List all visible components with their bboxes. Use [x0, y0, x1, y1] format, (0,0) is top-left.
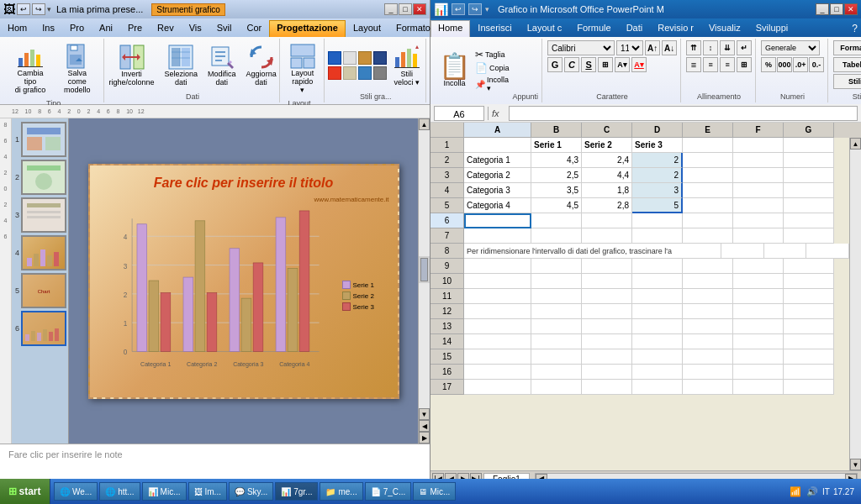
cell-e7[interactable] [683, 228, 733, 244]
cell-d3[interactable]: 2 [632, 168, 683, 183]
btn-seleziona[interactable]: Selezionadati [161, 41, 202, 90]
slide-thumb-1[interactable] [21, 122, 66, 157]
slide-thumb-4[interactable] [21, 235, 66, 270]
cell-d6[interactable] [632, 213, 683, 228]
cell-a8[interactable]: Per ridimensionare l'intervallo di dati … [464, 244, 721, 259]
cell-c16[interactable] [582, 365, 632, 380]
tab-hom[interactable]: Hom [0, 20, 34, 37]
cell-c3[interactable]: 4,4 [582, 168, 632, 183]
tab-progettazione[interactable]: Progettazione [269, 20, 346, 37]
btn-incolla-speciale[interactable]: 📌 Incolla ▾ [475, 76, 510, 92]
xls-tab-visualiz[interactable]: Visualiz [701, 20, 748, 37]
cell-d4[interactable]: 3 [632, 183, 683, 198]
cell-g14[interactable] [784, 334, 834, 349]
row-header-6[interactable]: 6 [430, 213, 464, 228]
cell-a16[interactable] [464, 365, 531, 380]
btn-wrap[interactable]: ↵ [737, 40, 752, 55]
row-header-16[interactable]: 16 [430, 365, 464, 380]
cell-c5[interactable]: 2,8 [582, 198, 632, 213]
cell-g7[interactable] [784, 228, 834, 244]
ppt-undo-icon[interactable]: ↩ [17, 3, 30, 15]
cell-e8[interactable] [721, 244, 764, 259]
row-header-13[interactable]: 13 [430, 319, 464, 334]
row-header-5[interactable]: 5 [430, 198, 464, 213]
btn-dec-decrease[interactable]: 0.- [809, 57, 824, 72]
slide-thumb-5[interactable]: Chart [21, 273, 66, 308]
row-header-8[interactable]: 8 [430, 244, 464, 259]
xls-help-icon[interactable]: ? [852, 20, 861, 37]
cell-f5[interactable] [733, 198, 784, 213]
xls-close-btn[interactable]: ✕ [844, 3, 858, 15]
formula-input[interactable] [509, 106, 858, 121]
cell-c15[interactable] [582, 349, 632, 365]
cell-e14[interactable] [683, 334, 733, 349]
xls-scroll-up[interactable]: ▲ [850, 138, 861, 150]
xls-tab-dati[interactable]: Dati [619, 20, 651, 37]
swatch-orange[interactable] [358, 51, 372, 65]
scroll-thumb-v[interactable] [420, 258, 428, 281]
scroll-up-btn[interactable]: ▲ [419, 118, 430, 130]
cell-c11[interactable] [582, 289, 632, 304]
cell-f9[interactable] [733, 259, 784, 274]
col-header-c[interactable]: C [582, 123, 632, 138]
btn-align-top[interactable]: ⇈ [686, 40, 701, 55]
slide-main[interactable]: Fare clic per inserire il titolo www.mat… [88, 164, 399, 399]
btn-salva-modello[interactable]: Salva comemodello [55, 40, 98, 97]
btn-modifica[interactable]: Modificadati [204, 41, 240, 90]
xls-restore-btn[interactable]: □ [830, 3, 843, 15]
cell-d5[interactable]: 5 [632, 198, 683, 213]
taskbar-item-htt[interactable]: 🌐 htt... [99, 482, 140, 501]
cell-e6[interactable] [683, 213, 733, 228]
cell-d9[interactable] [632, 259, 683, 274]
col-header-b[interactable]: B [531, 123, 582, 138]
cell-c14[interactable] [582, 334, 632, 349]
cell-c7[interactable] [582, 228, 632, 244]
cell-a17[interactable] [464, 380, 531, 395]
cell-a11[interactable] [464, 289, 531, 304]
row-header-4[interactable]: 4 [430, 183, 464, 198]
cell-b15[interactable] [531, 349, 582, 365]
scroll-down-btn[interactable]: ▼ [419, 408, 430, 420]
swatch-red[interactable] [328, 66, 341, 80]
cell-f16[interactable] [733, 365, 784, 380]
xls-scroll-down[interactable]: ▼ [850, 459, 861, 470]
row-header-11[interactable]: 11 [430, 289, 464, 304]
cell-g17[interactable] [784, 380, 834, 395]
cell-d13[interactable] [632, 319, 683, 334]
cell-d7[interactable] [632, 228, 683, 244]
btn-italic[interactable]: C [564, 57, 579, 72]
btn-bold[interactable]: G [547, 57, 563, 72]
ppt-maximize-btn[interactable]: □ [399, 3, 412, 15]
btn-inverti[interactable]: Invertirighe/colonne [106, 41, 158, 90]
cell-a13[interactable] [464, 319, 531, 334]
btn-incolla[interactable]: 📋 Incolla [437, 52, 472, 89]
cell-e12[interactable] [683, 304, 733, 319]
cell-a2[interactable]: Categoria 1 [464, 153, 531, 168]
scroll-left-btn[interactable]: ▶ [419, 432, 430, 444]
tab-ani[interactable]: Ani [92, 20, 120, 37]
cell-g11[interactable] [784, 289, 834, 304]
cell-b2[interactable]: 4,3 [531, 153, 582, 168]
cell-a10[interactable] [464, 274, 531, 289]
tab-pro[interactable]: Pro [62, 20, 92, 37]
col-header-a[interactable]: A [464, 123, 531, 138]
cell-f10[interactable] [733, 274, 784, 289]
taskbar-item-7gr[interactable]: 📊 7gr... [275, 482, 318, 501]
col-header-e[interactable]: E [683, 123, 733, 138]
btn-align-right[interactable]: ≡ [720, 57, 735, 72]
btn-underline[interactable]: S [581, 57, 596, 72]
cell-a4[interactable]: Categoria 3 [464, 183, 531, 198]
scroll-track-v2[interactable] [419, 283, 430, 409]
cell-f11[interactable] [733, 289, 784, 304]
cell-b9[interactable] [531, 259, 582, 274]
cell-a3[interactable]: Categoria 2 [464, 168, 531, 183]
tab-rev[interactable]: Rev [150, 20, 182, 37]
taskbar-item-7c[interactable]: 📄 7_C... [365, 482, 412, 501]
cell-f4[interactable] [733, 183, 784, 198]
swatch-tan[interactable] [343, 66, 357, 80]
cell-e4[interactable] [683, 183, 733, 198]
btn-increase-font[interactable]: A↑ [645, 40, 660, 55]
cell-e3[interactable] [683, 168, 733, 183]
btn-align-left[interactable]: ≡ [686, 57, 701, 72]
cell-f15[interactable] [733, 349, 784, 365]
